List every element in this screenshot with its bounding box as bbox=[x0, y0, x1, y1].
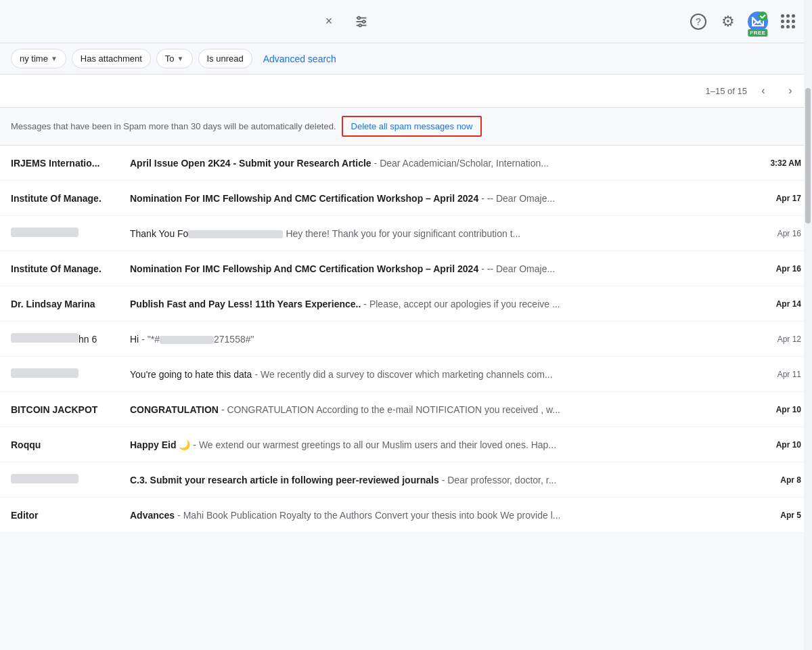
email-body: Nomination For IMC Fellowship And CMC Ce… bbox=[130, 193, 750, 204]
sliders-button[interactable] bbox=[349, 9, 374, 34]
svg-point-4 bbox=[363, 20, 365, 23]
table-row[interactable]: IRJEMS Internatio... April Issue Open 2K… bbox=[0, 146, 812, 181]
email-list: IRJEMS Internatio... April Issue Open 2K… bbox=[0, 146, 812, 533]
table-row[interactable]: Roqqu Happy Eid 🌙 - We extend our warmes… bbox=[0, 427, 812, 462]
table-row[interactable]: Institute Of Manage. Nomination For IMC … bbox=[0, 181, 812, 216]
email-body: Publish Fast and Pay Less! 11th Years Ex… bbox=[130, 299, 750, 309]
email-subject: Thank You Fo bbox=[130, 228, 283, 239]
settings-icon: ⚙ bbox=[721, 13, 735, 30]
email-subject: You're going to hate this data bbox=[130, 369, 252, 380]
email-date: Apr 14 bbox=[761, 299, 801, 309]
to-filter-label: To bbox=[165, 53, 175, 64]
email-subject: Publish Fast and Pay Less! 11th Years Ex… bbox=[130, 299, 361, 309]
email-sender: Institute Of Manage. bbox=[11, 263, 119, 274]
email-body: You're going to hate this data - We rece… bbox=[130, 369, 750, 380]
grid-menu-button[interactable] bbox=[774, 8, 801, 35]
to-chevron-icon: ▼ bbox=[177, 55, 184, 62]
table-row[interactable]: C.3. Submit your research article in fol… bbox=[0, 462, 812, 498]
spam-banner: Messages that have been in Spam more tha… bbox=[0, 108, 812, 146]
email-date: Apr 5 bbox=[761, 511, 801, 520]
email-date: Apr 16 bbox=[761, 229, 801, 238]
table-row[interactable]: hn 6 Hi - "*#271558#" Apr 12 bbox=[0, 322, 812, 357]
email-date: Apr 16 bbox=[761, 264, 801, 274]
svg-point-7 bbox=[758, 12, 767, 21]
email-sender: Dr. Lindsay Marina bbox=[11, 299, 119, 309]
email-preview: - -- Dear Omaje... bbox=[481, 263, 555, 274]
email-sender: Institute Of Manage. bbox=[11, 193, 119, 204]
email-body: Advances - Mahi Book Publication Royalty… bbox=[130, 510, 750, 521]
email-date: 3:32 AM bbox=[761, 158, 801, 168]
pagination-count: 1–15 of 15 bbox=[706, 86, 747, 96]
table-row[interactable]: You're going to hate this data - We rece… bbox=[0, 357, 812, 392]
unread-filter-chip[interactable]: Is unread bbox=[198, 49, 252, 68]
pagination: 1–15 of 15 ‹ › bbox=[706, 80, 801, 102]
table-row[interactable]: Thank You Fo Hey there! Thank you for yo… bbox=[0, 216, 812, 251]
help-icon: ? bbox=[690, 14, 706, 30]
next-page-button[interactable]: › bbox=[780, 80, 801, 102]
time-chevron-icon: ▼ bbox=[51, 55, 58, 62]
svg-point-5 bbox=[359, 24, 361, 26]
email-sender: Editor bbox=[11, 510, 119, 521]
table-row[interactable]: BITCOIN JACKPOT CONGRATULATION - CONGRAT… bbox=[0, 392, 812, 427]
email-subject: C.3. Submit your research article in fol… bbox=[130, 475, 439, 485]
email-preview: - Dear professor, doctor, r... bbox=[442, 475, 557, 485]
email-body: April Issue Open 2K24 - Submit your Rese… bbox=[130, 158, 750, 169]
email-sender: BITCOIN JACKPOT bbox=[11, 404, 119, 415]
email-preview: - "*#271558#" bbox=[141, 334, 254, 345]
settings-button[interactable]: ⚙ bbox=[715, 8, 742, 35]
email-date: Apr 8 bbox=[761, 475, 801, 485]
prev-page-button[interactable]: ‹ bbox=[752, 80, 774, 102]
email-preview: - -- Dear Omaje... bbox=[481, 193, 555, 204]
email-date: Apr 10 bbox=[761, 405, 801, 414]
redacted-sender bbox=[11, 474, 78, 483]
table-row[interactable]: Dr. Lindsay Marina Publish Fast and Pay … bbox=[0, 286, 812, 322]
email-body: Nomination For IMC Fellowship And CMC Ce… bbox=[130, 263, 750, 274]
advanced-search-link[interactable]: Advanced search bbox=[258, 51, 342, 67]
email-preview: - Please, accept our apologies if you re… bbox=[363, 299, 560, 309]
email-sender bbox=[11, 228, 119, 239]
email-date: Apr 10 bbox=[761, 440, 801, 450]
email-preview: - We extend our warmest greetings to all… bbox=[193, 439, 556, 450]
redacted-sender bbox=[11, 368, 78, 378]
app-logo-button[interactable]: FREE bbox=[744, 8, 771, 35]
email-preview: - Mahi Book Publication Royalty to the A… bbox=[177, 510, 560, 521]
grid-icon bbox=[780, 14, 795, 29]
email-sender: hn 6 bbox=[11, 333, 119, 345]
email-date: Apr 11 bbox=[761, 370, 801, 379]
scrollbar[interactable] bbox=[804, 0, 812, 533]
search-controls: × bbox=[11, 9, 679, 34]
email-sender: Roqqu bbox=[11, 439, 119, 450]
email-sender bbox=[11, 368, 119, 380]
table-row[interactable]: Institute Of Manage. Nomination For IMC … bbox=[0, 251, 812, 286]
email-sender bbox=[11, 474, 119, 485]
svg-point-3 bbox=[358, 16, 361, 19]
logo-free-badge: FREE bbox=[748, 29, 767, 37]
email-subject: Nomination For IMC Fellowship And CMC Ce… bbox=[130, 193, 478, 204]
toolbar: 1–15 of 15 ‹ › bbox=[0, 74, 812, 108]
redacted-sender bbox=[11, 333, 78, 343]
close-icon: × bbox=[325, 14, 333, 28]
email-subject: Hi bbox=[130, 334, 139, 345]
email-body: Hi - "*#271558#" bbox=[130, 334, 750, 345]
redacted-sender bbox=[11, 228, 78, 237]
sliders-icon bbox=[354, 14, 369, 29]
top-bar: × ? ⚙ bbox=[0, 0, 812, 43]
attachment-filter-chip[interactable]: Has attachment bbox=[72, 49, 151, 68]
email-subject: Happy Eid 🌙 bbox=[130, 439, 190, 450]
email-sender: IRJEMS Internatio... bbox=[11, 158, 119, 169]
help-button[interactable]: ? bbox=[685, 8, 712, 35]
email-preview: Hey there! Thank you for your significan… bbox=[286, 228, 520, 239]
delete-spam-button[interactable]: Delete all spam messages now bbox=[342, 116, 482, 137]
email-preview: - Dear Academician/Scholar, Internation.… bbox=[374, 158, 549, 169]
scrollbar-thumb[interactable] bbox=[805, 88, 811, 223]
redacted-preview bbox=[160, 336, 214, 344]
close-search-button[interactable]: × bbox=[317, 9, 341, 34]
email-preview: - CONGRATULATION According to the e-mail… bbox=[221, 404, 560, 415]
email-subject: Advances bbox=[130, 510, 175, 521]
table-row[interactable]: Editor Advances - Mahi Book Publication … bbox=[0, 498, 812, 533]
to-filter-chip[interactable]: To ▼ bbox=[156, 49, 193, 68]
time-filter-chip[interactable]: ny time ▼ bbox=[11, 49, 66, 68]
top-icons: ? ⚙ FREE bbox=[685, 8, 801, 35]
filter-bar: ny time ▼ Has attachment To ▼ Is unread … bbox=[0, 43, 812, 74]
email-date: Apr 17 bbox=[761, 194, 801, 203]
